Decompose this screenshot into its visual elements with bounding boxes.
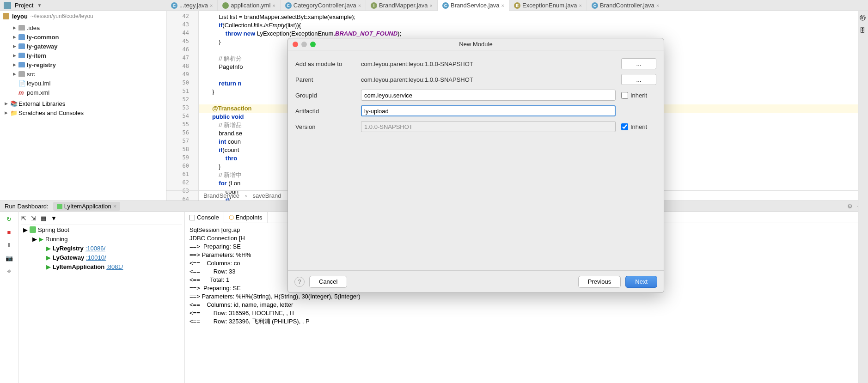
- editor-tab[interactable]: IBrandMapper.java×: [366, 0, 438, 11]
- maven-icon[interactable]: ⓜ: [860, 14, 867, 21]
- dashboard-app[interactable]: ▶LyItemApplication :8081/: [21, 262, 182, 271]
- window-controls: [293, 42, 316, 47]
- dashboard-tree: ⇱ ⇲ ▦ ▼ ▶ Spring Boot ▶ ▶ Running ▶LyReg…: [18, 212, 185, 383]
- console-line: <== Row: 316596, HOOLFINE, , H: [189, 309, 863, 317]
- chevron-down-icon[interactable]: ▼: [37, 3, 42, 8]
- close-icon[interactable]: ×: [358, 3, 361, 8]
- minimize-icon[interactable]: [301, 42, 307, 47]
- dashboard-toolbar: ↻ ■ ⏸ 📷 ⎆: [0, 212, 18, 383]
- scratches-consoles[interactable]: ▶ 📁 Scratches and Consoles: [0, 108, 166, 117]
- help-button[interactable]: ?: [294, 277, 305, 287]
- close-icon[interactable]: ×: [656, 3, 659, 8]
- dashboard-app-tab[interactable]: LyItemApplication ×: [53, 202, 121, 211]
- close-icon[interactable]: ×: [210, 3, 213, 8]
- endpoints-icon: ⬡: [229, 214, 234, 221]
- rerun-icon[interactable]: ↻: [5, 215, 13, 223]
- app-port-link[interactable]: :10010/: [86, 254, 106, 261]
- code-line[interactable]: if(CollectionUtils.isEmpty(list)){: [199, 21, 868, 30]
- tree-item[interactable]: 📄leyou.iml: [0, 79, 166, 88]
- artifactid-field[interactable]: [361, 105, 616, 116]
- project-root-name: leyou: [12, 13, 28, 20]
- app-port-link[interactable]: :10086/: [86, 245, 105, 252]
- dialog-body: Add as module to com.leyou.parent:leyou:…: [288, 50, 664, 270]
- browse-parent-button[interactable]: ...: [621, 74, 656, 85]
- external-libraries[interactable]: ▶ 📚 External Libraries: [0, 99, 166, 108]
- tree-item[interactable]: ▶ly-common: [0, 32, 166, 42]
- tab-endpoints[interactable]: ⬡ Endpoints: [224, 212, 268, 223]
- filter-icon[interactable]: ▼: [51, 215, 57, 222]
- tree-item[interactable]: ▶src: [0, 69, 166, 79]
- version-inherit-checkbox[interactable]: Inherit: [621, 123, 656, 130]
- expand-icon[interactable]: ⇱: [21, 215, 26, 222]
- tree-item[interactable]: ▶.idea: [0, 23, 166, 32]
- dashboard-app[interactable]: ▶LyGateway :10010/: [21, 253, 182, 262]
- editor-tab[interactable]: C...tegy.java×: [166, 0, 218, 11]
- folder-icon: [18, 53, 25, 58]
- stop-icon[interactable]: ■: [5, 228, 13, 236]
- project-dropdown[interactable]: Project: [15, 2, 33, 9]
- close-icon[interactable]: ×: [501, 3, 504, 8]
- add-as-module-label: Add as module to: [295, 61, 355, 67]
- play-icon: ▶: [39, 236, 43, 243]
- file-type-icon: E: [514, 2, 520, 9]
- right-tool-strip: ⓜ 🗄: [858, 11, 868, 383]
- code-line[interactable]: List list = brandMapper.selectByExample(…: [199, 13, 868, 21]
- collapse-icon[interactable]: ⇲: [31, 215, 36, 222]
- version-label: Version: [295, 123, 355, 130]
- console-line: <== Columns: id, name, image, letter: [189, 301, 863, 309]
- console-icon: [189, 215, 195, 220]
- tree-root-spring[interactable]: ▶ Spring Boot: [21, 225, 182, 234]
- file-type-icon: C: [171, 2, 177, 9]
- groupid-field[interactable]: [361, 90, 616, 101]
- close-icon[interactable]: [293, 42, 298, 47]
- close-icon[interactable]: ×: [579, 3, 581, 8]
- maximize-icon[interactable]: [310, 42, 316, 47]
- close-icon[interactable]: ×: [272, 3, 275, 8]
- groupid-inherit-checkbox[interactable]: Inherit: [621, 92, 656, 99]
- project-sidebar: leyou ~/lesson/yun6/code/leyou ▶.idea▶ly…: [0, 11, 166, 201]
- line-gutter: 4243444546474849505152535455565758596061…: [166, 11, 199, 201]
- tree-item[interactable]: ▶ly-item: [0, 51, 166, 60]
- gear-icon[interactable]: ⚙: [847, 203, 853, 210]
- tab-console[interactable]: Console: [185, 212, 224, 223]
- close-icon[interactable]: ×: [430, 3, 433, 8]
- tree-group-running[interactable]: ▶ ▶ Running: [21, 234, 182, 243]
- close-icon[interactable]: ×: [113, 203, 117, 210]
- spring-icon: [57, 204, 62, 209]
- camera-icon[interactable]: 📷: [5, 254, 13, 262]
- chevron-down-icon: ▶: [23, 226, 28, 233]
- cancel-button[interactable]: Cancel: [309, 276, 347, 288]
- groupid-label: GroupId: [295, 92, 355, 99]
- database-icon[interactable]: 🗄: [860, 27, 867, 34]
- chevron-right-icon: ▶: [12, 44, 17, 49]
- breadcrumb-method[interactable]: saveBrand: [252, 192, 281, 200]
- editor-tab[interactable]: application.yml×: [218, 0, 280, 11]
- exit-icon[interactable]: ⎆: [5, 267, 13, 275]
- tree-item[interactable]: ▶ly-registry: [0, 60, 166, 69]
- editor-tab[interactable]: CCategoryController.java×: [281, 0, 366, 11]
- dashboard-app[interactable]: ▶LyRegistry :10086/: [21, 243, 182, 253]
- project-tree: ▶.idea▶ly-common▶ly-gateway▶ly-item▶ly-r…: [0, 21, 166, 99]
- grid-icon[interactable]: ▦: [41, 215, 46, 222]
- previous-button[interactable]: Previous: [578, 276, 621, 288]
- dialog-titlebar[interactable]: New Module: [288, 38, 664, 50]
- play-icon: ▶: [46, 254, 51, 261]
- editor-tab[interactable]: EExceptionEnum.java×: [509, 0, 587, 11]
- tree-item[interactable]: ▶ly-gateway: [0, 42, 166, 51]
- app-port-link[interactable]: :8081/: [106, 263, 123, 270]
- breadcrumb-class[interactable]: BrandService: [203, 192, 239, 200]
- chevron-right-icon: ›: [245, 192, 247, 200]
- chevron-right-icon: ▶: [12, 62, 17, 67]
- next-button[interactable]: Next: [625, 276, 657, 288]
- project-icon: [4, 2, 11, 9]
- add-as-module-value: com.leyou.parent:leyou:1.0.0-SNAPSHOT: [361, 61, 616, 67]
- tree-item[interactable]: mpom.xml: [0, 88, 166, 97]
- play-icon: ▶: [46, 245, 51, 252]
- pause-icon[interactable]: ⏸: [5, 241, 13, 249]
- browse-module-button[interactable]: ...: [621, 58, 656, 69]
- code-line[interactable]: throw new LyException(ExceptionEnum.BRAN…: [199, 30, 868, 38]
- editor-tab[interactable]: CBrandController.java×: [587, 0, 664, 11]
- folder-gray-icon: [18, 71, 25, 77]
- editor-tab[interactable]: CBrandService.java×: [438, 0, 509, 11]
- console-line: ==> Parameters: %H%(String), H(String), …: [189, 292, 863, 301]
